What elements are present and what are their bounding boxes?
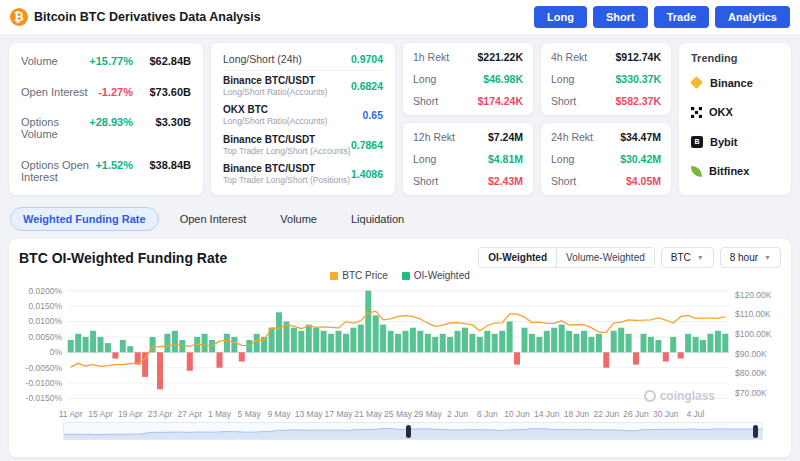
rekt-short-value: $174.24K (477, 95, 523, 107)
metric-row-volume: Volume +15.77% $62.84B (21, 55, 191, 67)
svg-text:13 May: 13 May (295, 409, 324, 419)
svg-text:4 Jul: 4 Jul (687, 409, 705, 419)
rekt-long-value: $4.81M (488, 153, 523, 165)
metric-value: $3.30B (141, 116, 191, 128)
svg-text:11 Apr: 11 Apr (59, 409, 83, 419)
ls-row-text: Binance BTC/USDT Top Trader Long/Short (… (223, 134, 351, 156)
ls-row-title: Binance BTC/USDT (223, 75, 327, 86)
rekt-short-row: Short $174.24K (413, 95, 523, 107)
ls-row-okx-accounts[interactable]: OKX BTC Long/Short Ratio(Accounts) 0.65 (223, 101, 383, 131)
trade-button[interactable]: Trade (654, 6, 709, 28)
navigator-left-handle[interactable] (406, 425, 411, 438)
metric-label: Options Volume (21, 116, 89, 140)
tab-weighted-funding-rate[interactable]: Weighted Funding Rate (10, 207, 159, 231)
svg-text:23 Apr: 23 Apr (148, 409, 173, 419)
trending-item-bitfinex[interactable]: Bitfinex (691, 157, 779, 187)
ls-row-top-trader-accounts[interactable]: Binance BTC/USDT Top Trader Long/Short (… (223, 130, 383, 160)
pair-select[interactable]: BTC ▼ (661, 247, 714, 268)
watermark: coinglass (644, 389, 715, 403)
rekt-long-row: Long $30.42M (551, 153, 661, 165)
tab-open-interest[interactable]: Open Interest (167, 207, 260, 231)
svg-text:$80.00K: $80.00K (735, 368, 767, 378)
toggle-oi-weighted[interactable]: OI-Weighted (479, 248, 556, 267)
svg-text:18 Jun: 18 Jun (564, 409, 590, 419)
trending-item-okx[interactable]: OKX (691, 98, 779, 128)
navigator-chart (64, 423, 762, 439)
svg-text:9 May: 9 May (267, 409, 291, 419)
app-root: ₿ Bitcoin BTC Derivatives Data Analysis … (0, 0, 800, 458)
btc-price-swatch-icon (330, 272, 338, 280)
rekt-total-row: 1h Rekt $221.22K (413, 51, 523, 63)
ls-row-text: Binance BTC/USDT Top Trader Long/Short (… (223, 163, 350, 185)
trending-item-bybit[interactable]: B Bybit (691, 127, 779, 157)
top-bar: ₿ Bitcoin BTC Derivatives Data Analysis … (0, 0, 800, 34)
rekt-short-label: Short (413, 175, 438, 187)
ls-row-top-trader-positions[interactable]: Binance BTC/USDT Top Trader Long/Short (… (223, 160, 383, 190)
rekt-period-label: 1h Rekt (413, 51, 449, 63)
svg-text:30 Jun: 30 Jun (653, 409, 679, 419)
ls-row-text: Binance BTC/USDT Long/Short Ratio(Accoun… (223, 75, 327, 97)
rekt-short-label: Short (413, 95, 438, 107)
metric-label: Volume (21, 55, 89, 67)
trending-item-label: Binance (710, 77, 753, 89)
rekt-short-value: $582.37K (615, 95, 661, 107)
svg-text:$110.00K: $110.00K (735, 309, 771, 319)
legend-oi-weighted[interactable]: OI-Weighted (402, 270, 470, 281)
svg-text:2 Jun: 2 Jun (447, 409, 468, 419)
rekt-long-value: $330.37K (615, 73, 661, 85)
svg-text:-0.0050%: -0.0050% (26, 363, 63, 373)
legend-btc-price[interactable]: BTC Price (330, 270, 388, 281)
rekt-short-value: $4.05M (626, 175, 661, 187)
range-navigator[interactable] (63, 422, 763, 440)
chart-tabs: Weighted Funding Rate Open Interest Volu… (0, 204, 800, 238)
ls-row-value: 0.6824 (351, 80, 383, 92)
rekt-long-row: Long $46.98K (413, 73, 523, 85)
trending-item-label: Bitfinex (709, 165, 749, 177)
tab-liquidation[interactable]: Liquidation (338, 207, 417, 231)
rekt-long-value: $30.42M (620, 153, 661, 165)
svg-text:0.0200%: 0.0200% (28, 286, 62, 296)
rekt-grid: 1h Rekt $221.22K Long $46.98K Short $174… (402, 42, 672, 196)
bitcoin-icon: ₿ (10, 8, 28, 26)
bitfinex-icon (691, 166, 702, 177)
svg-text:6 Jun: 6 Jun (477, 409, 498, 419)
rekt-long-label: Long (551, 73, 574, 85)
svg-text:26 Jun: 26 Jun (623, 409, 649, 419)
svg-text:17 May: 17 May (325, 409, 354, 419)
ls-row-binance-accounts[interactable]: Binance BTC/USDT Long/Short Ratio(Accoun… (223, 71, 383, 101)
long-short-24h-value: 0.9704 (351, 53, 383, 65)
tab-volume[interactable]: Volume (267, 207, 330, 231)
binance-icon (690, 76, 703, 89)
metric-label: Options Open Interest (21, 159, 95, 183)
svg-text:$100.00K: $100.00K (735, 329, 772, 339)
rekt-card-1h: 1h Rekt $221.22K Long $46.98K Short $174… (402, 42, 534, 116)
svg-text:10 Jun: 10 Jun (504, 409, 530, 419)
short-button[interactable]: Short (593, 6, 648, 28)
chart-header: BTC OI-Weighted Funding Rate OI-Weighted… (19, 247, 781, 268)
toggle-volume-weighted[interactable]: Volume-Weighted (556, 248, 654, 267)
rekt-card-24h: 24h Rekt $34.47M Long $30.42M Short $4.0… (540, 122, 672, 196)
long-button[interactable]: Long (534, 6, 587, 28)
svg-text:5 May: 5 May (238, 409, 262, 419)
svg-text:22 Jun: 22 Jun (594, 409, 620, 419)
trending-item-binance[interactable]: Binance (691, 68, 779, 98)
ls-row-subtitle: Long/Short Ratio(Accounts) (223, 116, 327, 126)
svg-text:$90.00K: $90.00K (735, 349, 767, 359)
ls-row-title: OKX BTC (223, 104, 327, 115)
rekt-total-row: 12h Rekt $7.24M (413, 131, 523, 143)
rekt-long-label: Long (413, 73, 436, 85)
trending-item-label: Bybit (710, 136, 738, 148)
chart-plot-area[interactable]: 0.0200%0.0150%0.0100%0.0050%0%-0.0050%-0… (19, 281, 781, 421)
interval-select[interactable]: 8 hour ▼ (720, 247, 781, 268)
pair-select-value: BTC (671, 252, 691, 263)
rekt-total-row: 24h Rekt $34.47M (551, 131, 661, 143)
trending-title: Trending (691, 52, 779, 64)
navigator-right-handle[interactable] (753, 425, 758, 438)
page-title: Bitcoin BTC Derivatives Data Analysis (34, 10, 261, 24)
metric-value: $38.84B (141, 159, 191, 171)
rekt-card-4h: 4h Rekt $912.74K Long $330.37K Short $58… (540, 42, 672, 116)
analytics-button[interactable]: Analytics (715, 6, 790, 28)
metric-value: $62.84B (141, 55, 191, 67)
bybit-icon: B (691, 136, 703, 148)
svg-text:21 May: 21 May (354, 409, 383, 419)
